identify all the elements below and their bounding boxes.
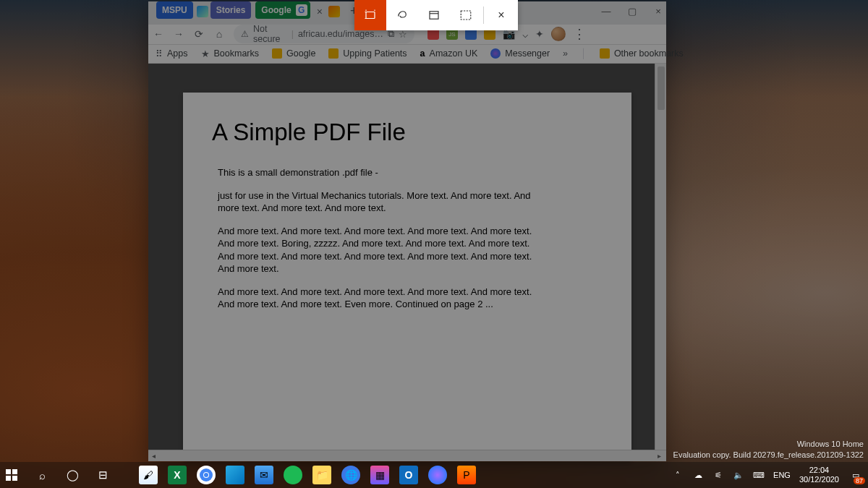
snip-fullscreen-button[interactable]: [450, 0, 482, 30]
svg-point-10: [204, 473, 208, 477]
taskbar: ⌕ ◯ ⊟ 🖌 X ✉ 📁 🌐 ▦ O P ˄ ☁ ⚟ 🔈 ⌨ ENG 22:0…: [0, 462, 868, 488]
taskbar-pinned-apps: 🖌 X ✉ 📁 🌐 ▦ O P: [139, 466, 476, 484]
clock-date: 30/12/2020: [799, 475, 839, 484]
rectangular-snip-icon: [364, 9, 377, 22]
language-indicator[interactable]: ENG: [773, 471, 791, 479]
app-powertoys[interactable]: P: [457, 466, 476, 484]
app-excel[interactable]: X: [168, 466, 187, 484]
app-calculator[interactable]: ▦: [370, 466, 389, 484]
windows-watermark: Windows 10 Home Evaluation copy. Build 2…: [673, 439, 864, 461]
action-center-button[interactable]: ▭ 87: [848, 467, 864, 483]
snip-separator: [483, 7, 484, 24]
fullscreen-snip-icon: [459, 9, 472, 22]
windows-logo-icon: [6, 469, 17, 481]
svg-rect-3: [461, 11, 471, 20]
tray-overflow-button[interactable]: ˄: [672, 469, 684, 481]
close-icon: ×: [498, 9, 504, 22]
app-outlook[interactable]: O: [399, 466, 418, 484]
svg-rect-0: [366, 12, 375, 19]
snip-dim-overlay: [0, 0, 868, 488]
app-chrome[interactable]: [197, 466, 216, 484]
snip-window-button[interactable]: [418, 0, 450, 30]
app-globe[interactable]: 🌐: [341, 466, 360, 484]
freeform-snip-icon: [396, 9, 409, 22]
taskbar-tray: ˄ ☁ ⚟ 🔈 ⌨ ENG 22:04 30/12/2020 ▭ 87: [672, 466, 864, 484]
app-edge[interactable]: [226, 466, 244, 484]
app-whiteboard[interactable]: 🖌: [139, 466, 158, 484]
svg-rect-7: [12, 476, 17, 481]
app-messenger[interactable]: [428, 466, 447, 484]
clock-time: 22:04: [799, 466, 839, 475]
taskbar-clock[interactable]: 22:04 30/12/2020: [799, 466, 839, 484]
onedrive-icon[interactable]: ☁: [692, 469, 704, 481]
chrome-icon: [199, 468, 213, 482]
watermark-line2: Evaluation copy. Build 20279.fe_release.…: [673, 450, 864, 461]
wifi-icon[interactable]: ⚟: [712, 469, 724, 481]
watermark-line1: Windows 10 Home: [673, 439, 864, 450]
snip-freeform-button[interactable]: [386, 0, 418, 30]
app-spotify[interactable]: [284, 466, 302, 484]
app-mail[interactable]: ✉: [255, 466, 273, 484]
svg-rect-5: [12, 469, 17, 474]
keyboard-icon[interactable]: ⌨: [753, 469, 765, 481]
svg-rect-6: [6, 476, 11, 481]
notification-badge: 87: [854, 477, 865, 484]
task-view-button[interactable]: ⊟: [95, 468, 110, 482]
taskbar-left: ⌕ ◯ ⊟ 🖌 X ✉ 📁 🌐 ▦ O P: [4, 466, 476, 484]
svg-rect-1: [430, 12, 438, 20]
volume-icon[interactable]: 🔈: [733, 469, 744, 481]
snipping-toolbar: ×: [354, 0, 518, 30]
start-button[interactable]: [4, 468, 19, 482]
snip-close-button[interactable]: ×: [485, 0, 517, 30]
svg-rect-4: [6, 469, 11, 474]
search-button[interactable]: ⌕: [35, 468, 49, 482]
window-snip-icon: [427, 9, 441, 22]
snip-rectangular-button[interactable]: [354, 0, 386, 30]
cortana-button[interactable]: ◯: [65, 468, 80, 482]
app-file-explorer[interactable]: 📁: [312, 466, 331, 484]
